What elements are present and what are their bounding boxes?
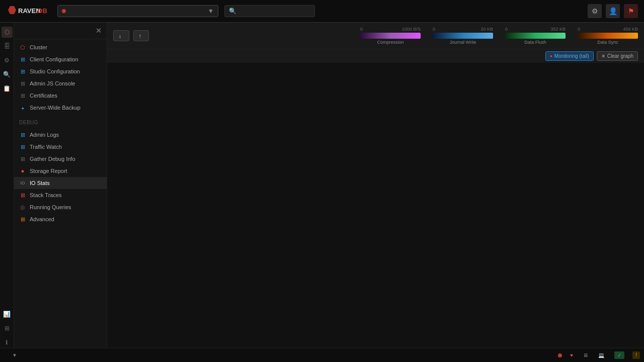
monitor-controls: ● Monitoring (tail) ✕ Clear graph (107, 49, 644, 63)
settings-icon[interactable]: ⚙ (588, 4, 602, 18)
search-icon: 🔍 (229, 8, 236, 15)
heart-icon: ♥ (570, 352, 573, 358)
monitoring-label: Monitoring (tail) (554, 53, 589, 59)
legend-journal-write: 0 20 KB Journal Write (433, 27, 493, 45)
sidebar-item-label: Advanced (30, 216, 54, 222)
sidebar-item-label: Traffic Watch (30, 144, 62, 150)
status-monitor-icon: 🖥 (583, 352, 590, 358)
compression-label: Compression (377, 40, 404, 45)
io-stats-area (107, 63, 644, 348)
icon-bar: ⬡ 🗄 ⚙ 🔍 📋 📊 ⊞ ℹ (0, 23, 14, 348)
data-sync-bar (578, 33, 638, 39)
db-selector[interactable]: ▼ (57, 5, 218, 17)
svg-text:DB: DB (38, 7, 47, 15)
nav-tasks-icon[interactable]: 📋 (2, 83, 13, 94)
nav-search-icon[interactable]: 🔍 (2, 69, 13, 80)
alert-dot (558, 353, 562, 357)
nav-server-icon[interactable]: ⬡ (2, 27, 13, 38)
admin-logs-icon: ⊞ (19, 131, 26, 138)
journal-write-bar (433, 33, 493, 39)
advanced-icon: ⊞ (19, 216, 26, 223)
svg-marker-0 (8, 6, 16, 14)
clear-icon: ✕ (601, 53, 605, 59)
logo: RAVEN DB (6, 4, 51, 19)
legend-data-sync: 0 456 KB Data Sync (578, 27, 638, 45)
status-node: ♥ (570, 352, 575, 358)
nav-grid-icon[interactable]: ⊞ (2, 323, 13, 334)
status-badge-yellow: ! (632, 351, 640, 359)
client-config-icon: ⊞ (19, 56, 26, 63)
sidebar-item-certificates[interactable]: ⊞ Certificates (14, 89, 107, 102)
sidebar-section-main: ⬡ Cluster ⊞ Client Configuration ⊞ Studi… (14, 39, 107, 116)
sidebar-header: ✕ (14, 23, 107, 39)
topbar-icons: ⚙ 👤 ⚑ (588, 4, 638, 18)
db-status-dot (62, 9, 66, 13)
export-button[interactable]: ↓ (113, 30, 129, 41)
sidebar-item-label: Storage Report (30, 168, 67, 174)
traffic-watch-icon: ⊞ (19, 143, 26, 150)
clear-graph-button[interactable]: ✕ Clear graph (597, 51, 638, 61)
user-icon[interactable]: 👤 (606, 4, 620, 18)
sidebar-item-label: Stack Traces (30, 192, 62, 198)
journal-write-label: Journal Write (450, 40, 476, 45)
data-flush-bar (505, 33, 566, 39)
export-icon: ↓ (119, 33, 122, 39)
search-input[interactable] (239, 8, 310, 14)
sidebar-item-label: Cluster (30, 44, 47, 50)
topbar: RAVEN DB ▼ 🔍 ⚙ 👤 ⚑ (0, 0, 644, 23)
sidebar-item-traffic-watch[interactable]: ⊞ Traffic Watch (14, 141, 107, 153)
sidebar-item-io-stats[interactable]: IO IO Stats (14, 177, 107, 189)
status-badge-green: ✓ (614, 351, 624, 359)
stack-traces-icon: ⊞ (19, 192, 26, 199)
import-button[interactable]: ↑ (133, 30, 149, 41)
sidebar-item-label: Running Queries (30, 204, 71, 210)
status-alert (558, 353, 562, 357)
sidebar-item-storage-report[interactable]: ● Storage Report (14, 165, 107, 177)
sidebar-item-label: IO Stats (30, 180, 50, 186)
sidebar-item-label: Admin JS Console (30, 80, 75, 86)
import-icon: ↑ (139, 33, 142, 39)
monitoring-button[interactable]: ● Monitoring (tail) (545, 51, 594, 61)
sidebar: ✕ ⬡ Cluster ⊞ Client Configuration ⊞ Stu… (14, 23, 107, 348)
sidebar-item-label: Admin Logs (30, 132, 59, 138)
compression-bar (360, 33, 421, 39)
toolbar: ↓ ↑ 0 1000 B/S Compression (107, 23, 644, 49)
sidebar-item-admin-js[interactable]: ⊞ Admin JS Console (14, 77, 107, 89)
sidebar-item-stack-traces[interactable]: ⊞ Stack Traces (14, 189, 107, 201)
sidebar-item-label: Server-Wide Backup (30, 105, 80, 111)
status-version2: 💻 (598, 352, 606, 358)
legend-compression: 0 1000 B/S Compression (360, 27, 421, 45)
svg-text:RAVEN: RAVEN (18, 7, 41, 15)
status-filter: ▼ (12, 352, 21, 358)
sidebar-item-cluster[interactable]: ⬡ Cluster (14, 41, 107, 53)
sidebar-close-button[interactable]: ✕ (96, 27, 102, 35)
sidebar-item-server-backup[interactable]: ⬥ Server-Wide Backup (14, 102, 107, 114)
sidebar-item-admin-logs[interactable]: ⊞ Admin Logs (14, 129, 107, 141)
sidebar-item-client-config[interactable]: ⊞ Client Configuration (14, 53, 107, 65)
storage-report-icon: ● (19, 167, 26, 174)
server-backup-icon: ⬥ (19, 104, 26, 111)
running-queries-icon: ◎ (19, 204, 26, 211)
sidebar-item-advanced[interactable]: ⊞ Advanced (14, 213, 107, 225)
cluster-icon: ⬡ (19, 44, 26, 51)
admin-js-icon: ⊞ (19, 80, 26, 87)
nav-stats-icon[interactable]: 📊 (2, 309, 13, 320)
filter-icon: ▼ (12, 352, 17, 358)
sidebar-item-gather-debug[interactable]: ⊞ Gather Debug Info (14, 153, 107, 165)
flag-icon[interactable]: ⚑ (624, 4, 638, 18)
certificates-icon: ⊞ (19, 92, 26, 99)
sidebar-item-label: Client Configuration (30, 56, 78, 62)
nav-settings-icon[interactable]: ⚙ (2, 55, 13, 66)
sidebar-item-studio-config[interactable]: ⊞ Studio Configuration (14, 65, 107, 77)
nav-databases-icon[interactable]: 🗄 (2, 41, 13, 52)
io-stats-icon: IO (19, 179, 26, 187)
cpu-icon: 💻 (598, 352, 604, 358)
debug-section-label: DEBUG (14, 116, 107, 127)
clear-label: Clear graph (607, 53, 633, 59)
sidebar-item-label: Gather Debug Info (30, 156, 75, 162)
sidebar-item-running-queries[interactable]: ◎ Running Queries (14, 201, 107, 213)
content-area: ↓ ↑ 0 1000 B/S Compression (107, 23, 644, 348)
search-box[interactable]: 🔍 (224, 5, 315, 17)
main-layout: ⬡ 🗄 ⚙ 🔍 📋 📊 ⊞ ℹ ✕ ⬡ Cluster ⊞ Client Con… (0, 23, 644, 348)
nav-info-icon[interactable]: ℹ (2, 337, 13, 348)
